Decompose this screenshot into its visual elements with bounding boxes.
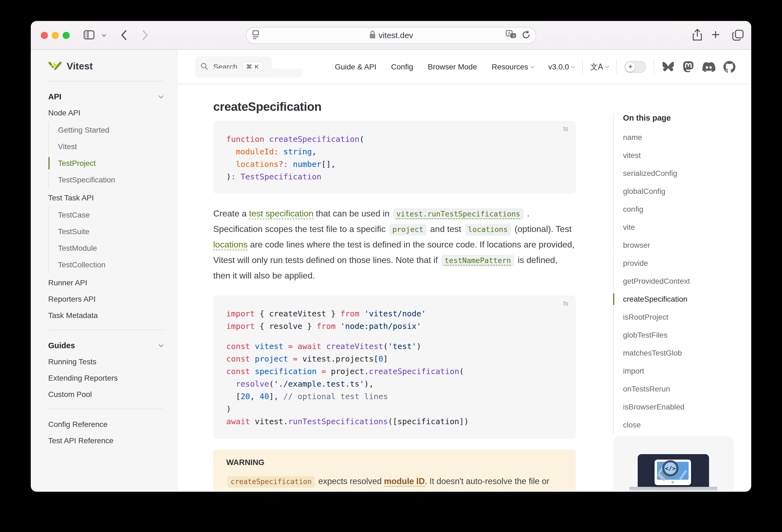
chevron-down-icon bbox=[158, 94, 164, 98]
minimize-window-button[interactable] bbox=[52, 32, 59, 39]
toc-item-close[interactable]: close bbox=[623, 416, 735, 434]
toc-item-vite[interactable]: vite bbox=[623, 218, 735, 236]
inline-code: locations bbox=[465, 224, 511, 236]
toc-item-browser[interactable]: browser bbox=[623, 236, 735, 254]
browser-window: vitest.dev A文 + bbox=[31, 21, 751, 492]
sidebar-item-testcollection[interactable]: TestCollection bbox=[58, 256, 163, 273]
toc-item-globalconfig[interactable]: globalConfig bbox=[623, 182, 735, 201]
toc-item-config[interactable]: config bbox=[623, 201, 735, 218]
navbar-links: Guide & APIConfigBrowser ModeResourcesv3… bbox=[335, 63, 574, 71]
monitor-illustration: </> bbox=[654, 460, 691, 485]
doc-scroll-area[interactable]: createSpecification ts function createSp… bbox=[178, 84, 751, 491]
close-window-button[interactable] bbox=[41, 32, 48, 39]
translate-icon: 文A bbox=[590, 62, 603, 72]
nav-link-v3-0-0[interactable]: v3.0.0 bbox=[548, 63, 574, 71]
forward-button[interactable] bbox=[138, 28, 152, 43]
sidebar-item-extending-reporters[interactable]: Extending Reporters bbox=[48, 370, 163, 386]
sidebar-item-config-reference[interactable]: Config Reference bbox=[48, 416, 163, 433]
code-line bbox=[226, 332, 563, 340]
sidebar-chevron-icon[interactable] bbox=[101, 32, 107, 39]
sidebar-item-testmodule[interactable]: TestModule bbox=[58, 240, 163, 256]
sidebar-section-guides[interactable]: Guides bbox=[48, 337, 163, 354]
inline-code-link-testnamepattern[interactable]: testNamePattern bbox=[441, 255, 514, 267]
back-button[interactable] bbox=[117, 28, 132, 43]
nav-link-label: v3.0.0 bbox=[548, 63, 569, 71]
svg-text:文: 文 bbox=[512, 34, 516, 38]
toc-item-createspecification[interactable]: createSpecification bbox=[623, 290, 735, 308]
toc-item-import[interactable]: import bbox=[623, 362, 735, 380]
reload-icon[interactable] bbox=[521, 30, 531, 41]
toc-item-serializedconfig[interactable]: serializedConfig bbox=[623, 165, 735, 182]
toc-item-ontestsrerun[interactable]: onTestsRerun bbox=[623, 380, 735, 398]
divider bbox=[48, 409, 163, 409]
text-run: that can be used in bbox=[313, 209, 392, 218]
new-tab-icon[interactable]: + bbox=[711, 28, 720, 42]
nav-link-config[interactable]: Config bbox=[391, 63, 413, 71]
toc-title: On this page bbox=[623, 114, 735, 122]
chevron-down-icon bbox=[158, 342, 164, 347]
sidebar-item-testspecification[interactable]: TestSpecification bbox=[58, 172, 163, 188]
sponsor-card[interactable]: </> bbox=[613, 436, 734, 491]
sidebar-item-testcase[interactable]: TestCase bbox=[58, 207, 163, 223]
sidebar-item-reporters-api[interactable]: Reporters API bbox=[48, 291, 163, 307]
search-icon bbox=[200, 62, 209, 72]
nav-link-label: Browser Mode bbox=[428, 63, 477, 71]
sidebar-subgroup: Getting StartedVitestTestProjectTestSpec… bbox=[48, 122, 163, 188]
sidebar-item-testproject[interactable]: TestProject bbox=[58, 155, 163, 172]
doc-link-locations[interactable]: locations bbox=[213, 240, 248, 249]
sidebar-item-vitest[interactable]: Vitest bbox=[58, 138, 163, 155]
language-menu-button[interactable]: 文A bbox=[590, 62, 609, 72]
bluesky-icon[interactable] bbox=[662, 61, 674, 73]
code-line: resolve('./example.test.ts'), bbox=[226, 378, 563, 390]
toc-item-provide[interactable]: provide bbox=[623, 254, 735, 272]
nav-link-browser-mode[interactable]: Browser Mode bbox=[428, 63, 477, 71]
toc-item-isbrowserenabled[interactable]: isBrowserEnabled bbox=[623, 398, 735, 416]
sidebar-toggle-icon[interactable] bbox=[82, 28, 96, 43]
code-content: function createSpecification( moduleId: … bbox=[226, 133, 563, 183]
vitest-logo-icon bbox=[48, 59, 62, 73]
sidebar-item-running-tests[interactable]: Running Tests bbox=[48, 354, 163, 370]
sidebar-item-test-task-api[interactable]: Test Task API bbox=[48, 190, 163, 206]
sidebar-item-custom-pool[interactable]: Custom Pool bbox=[48, 386, 163, 403]
sidebar-item-runner-api[interactable]: Runner API bbox=[48, 275, 163, 291]
section-label: API bbox=[48, 92, 61, 101]
site-logo[interactable]: Vitest bbox=[48, 59, 163, 73]
chevron-down-icon bbox=[605, 64, 609, 68]
text-run: Create a bbox=[213, 209, 249, 218]
divider bbox=[48, 330, 163, 330]
toc-item-matchestestglob[interactable]: matchesTestGlob bbox=[623, 344, 735, 362]
address-bar[interactable]: vitest.dev A文 bbox=[246, 27, 536, 44]
desktop-background: vitest.dev A文 + bbox=[0, 0, 782, 532]
docs-sidebar: Vitest APINode APIGetting StartedVitestT… bbox=[31, 50, 178, 491]
mastodon-icon[interactable] bbox=[683, 61, 694, 73]
code-icon: </> bbox=[665, 465, 676, 472]
inline-code: project bbox=[389, 224, 427, 236]
sidebar-item-task-metadata[interactable]: Task Metadata bbox=[48, 307, 163, 324]
toc-item-isrootproject[interactable]: isRootProject bbox=[623, 308, 735, 326]
discord-icon[interactable] bbox=[702, 62, 715, 72]
doc-link-test-specification[interactable]: test specification bbox=[249, 209, 314, 218]
zoom-window-button[interactable] bbox=[63, 32, 70, 39]
page-title: createSpecification bbox=[213, 100, 576, 114]
toc-item-vitest[interactable]: vitest bbox=[623, 146, 735, 165]
tabs-overview-icon[interactable] bbox=[731, 28, 745, 43]
sidebar-item-testsuite[interactable]: TestSuite bbox=[58, 223, 163, 240]
toc-item-globtestfiles[interactable]: globTestFiles bbox=[623, 326, 735, 344]
sidebar-item-getting-started[interactable]: Getting Started bbox=[58, 122, 163, 138]
sidebar-item-test-api-reference[interactable]: Test API Reference bbox=[48, 433, 163, 449]
github-icon[interactable] bbox=[723, 61, 736, 73]
doc-link-module-id[interactable]: module ID bbox=[384, 476, 425, 486]
code-block-signature: ts function createSpecification( moduleI… bbox=[213, 121, 576, 194]
nav-link-guide-api[interactable]: Guide & API bbox=[335, 63, 377, 71]
theme-toggle[interactable]: ☀ bbox=[624, 61, 646, 73]
share-icon[interactable] bbox=[690, 28, 704, 43]
divider bbox=[582, 60, 583, 74]
toc-item-getprovidedcontext[interactable]: getProvidedContext bbox=[623, 272, 735, 290]
sidebar-item-node-api[interactable]: Node API bbox=[48, 105, 163, 121]
translate-page-icon[interactable]: A文 bbox=[505, 29, 517, 41]
sidebar-section-api[interactable]: API bbox=[48, 88, 163, 105]
nav-link-resources[interactable]: Resources bbox=[492, 63, 534, 71]
toc-item-name[interactable]: name bbox=[623, 129, 735, 146]
doc-main: createSpecification ts function createSp… bbox=[213, 100, 576, 491]
inline-code-link-vitest-runtestspecifications[interactable]: vitest.runTestSpecifications bbox=[393, 208, 523, 220]
